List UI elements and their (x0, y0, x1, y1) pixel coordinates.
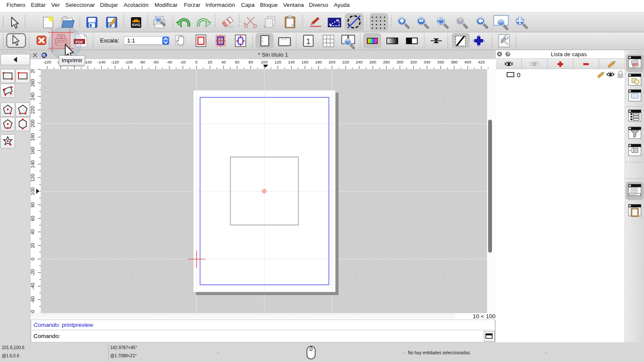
svg-text:280: 280 (30, 69, 35, 73)
svg-text:80: 80 (249, 60, 253, 64)
svg-text:-20: -20 (30, 269, 35, 276)
svg-text:320: 320 (410, 60, 417, 64)
svg-text:-40: -40 (30, 283, 35, 290)
svg-text:160: 160 (301, 60, 308, 64)
svg-text:40: 40 (221, 60, 226, 64)
svg-text:60: 60 (30, 216, 35, 221)
svg-text:-160: -160 (84, 60, 92, 64)
svg-text:20: 20 (30, 243, 35, 248)
svg-text:-80: -80 (139, 60, 145, 64)
svg-text:80: 80 (30, 202, 35, 207)
svg-text:-80: -80 (30, 310, 35, 313)
svg-text:180: 180 (315, 60, 322, 64)
svg-text:380: 380 (451, 60, 458, 64)
svg-text:340: 340 (424, 60, 431, 64)
svg-text:120: 120 (274, 60, 281, 64)
svg-text:220: 220 (342, 60, 349, 64)
svg-text:240: 240 (30, 93, 35, 100)
svg-text:220: 220 (30, 106, 35, 114)
svg-text:120: 120 (30, 174, 35, 181)
svg-text:20: 20 (208, 60, 213, 64)
svg-text:-100: -100 (125, 60, 133, 64)
svg-text:-60: -60 (153, 60, 159, 64)
svg-text:240: 240 (356, 60, 363, 64)
svg-text:0: 0 (195, 60, 197, 64)
svg-text:100: 100 (261, 60, 268, 64)
svg-text:1: 1 (306, 37, 311, 46)
svg-text:180: 180 (30, 133, 35, 141)
svg-text:-120: -120 (111, 60, 119, 64)
svg-text:140: 140 (288, 60, 295, 64)
svg-text:280: 280 (383, 60, 390, 64)
svg-text:-140: -140 (97, 60, 106, 64)
svg-text:SVG: SVG (132, 22, 140, 27)
svg-text:-60: -60 (30, 296, 35, 303)
svg-text:0: 0 (30, 258, 35, 260)
svg-text:400: 400 (465, 60, 471, 64)
svg-text:100: 100 (30, 187, 35, 195)
svg-text:-20: -20 (180, 60, 186, 64)
svg-text:260: 260 (30, 79, 35, 87)
svg-text:360: 360 (437, 60, 444, 64)
svg-text:420: 420 (478, 60, 485, 64)
svg-text:200: 200 (329, 60, 336, 64)
svg-text:-40: -40 (166, 60, 172, 64)
svg-text:300: 300 (397, 60, 404, 64)
svg-text:40: 40 (30, 229, 35, 235)
svg-text:140: 140 (30, 160, 35, 168)
svg-text:-220: -220 (43, 60, 51, 64)
svg-text:0: 0 (517, 72, 520, 78)
svg-text:160: 160 (30, 147, 35, 154)
svg-text:60: 60 (235, 60, 240, 64)
svg-text:260: 260 (369, 60, 376, 64)
svg-text:200: 200 (30, 120, 35, 127)
